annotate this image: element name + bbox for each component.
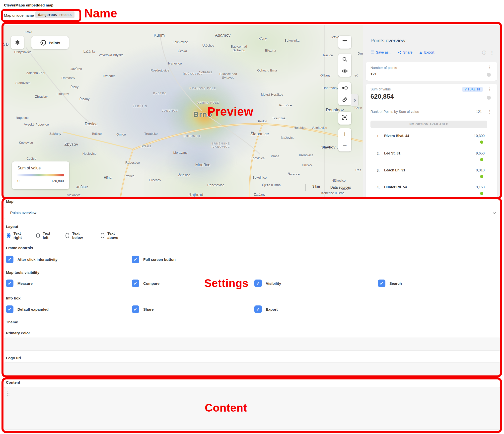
checkbox-default-expanded[interactable]: ✓ Default expanded bbox=[6, 305, 49, 313]
map-label: Babice nad Svitavou bbox=[231, 45, 247, 52]
map-label: Újezd u Brna bbox=[262, 183, 281, 187]
panel-collapse-toggle[interactable] bbox=[351, 94, 358, 106]
more-options-icon[interactable]: ⋮ bbox=[490, 51, 494, 55]
radio-text-left[interactable]: Text left bbox=[36, 231, 52, 240]
save-as-label: Save as... bbox=[376, 50, 391, 54]
map-label: Zbýšov bbox=[65, 142, 78, 147]
content-textarea[interactable] bbox=[4, 387, 500, 430]
search-icon bbox=[342, 56, 348, 62]
number-of-points-card[interactable]: Number of points 121 ⋮ bbox=[366, 62, 497, 81]
radio-circle bbox=[7, 233, 10, 238]
map-label: Čučice bbox=[26, 157, 36, 161]
points-layer-button[interactable]: Points bbox=[31, 36, 69, 49]
points-button-label: Points bbox=[49, 41, 60, 45]
checkbox-label: Visibility bbox=[266, 281, 281, 286]
map-label: Šlapanice bbox=[250, 132, 269, 137]
map-legend: Sum of value 0 120,800 bbox=[12, 161, 69, 189]
radio-label: Text above bbox=[107, 231, 120, 240]
save-as-button[interactable]: Save as... bbox=[370, 50, 391, 54]
measure-button[interactable] bbox=[338, 94, 351, 105]
map-label: Prštice bbox=[125, 174, 135, 178]
theme-label: Theme bbox=[6, 320, 18, 324]
checkbox-visibility[interactable]: ✓ Visibility bbox=[254, 280, 281, 287]
map-label: Březina bbox=[265, 49, 276, 53]
map-label: Útěchov bbox=[202, 44, 214, 48]
legend-gradient bbox=[17, 174, 64, 176]
map-preview[interactable]: KřoviKuřimAdamovLelekoviceKřtinyBukovink… bbox=[3, 25, 363, 197]
checkbox-label: Compare bbox=[143, 281, 159, 286]
map-label: Neslovice bbox=[82, 152, 96, 156]
rank-item[interactable]: 3. Leach Ln. 91 9,310 bbox=[366, 165, 497, 182]
map-label: Drn bbox=[358, 52, 363, 56]
radio-circle bbox=[36, 233, 40, 238]
checkbox-share[interactable]: ✓ Share bbox=[132, 305, 154, 313]
map-label: Domašov bbox=[62, 76, 75, 80]
rank-count: 121 bbox=[476, 110, 482, 114]
compare-button[interactable] bbox=[338, 82, 351, 94]
legend-min: 0 bbox=[17, 179, 19, 183]
map-label: Přibyslavice bbox=[14, 50, 31, 54]
checkbox-measure[interactable]: ✓ Measure bbox=[6, 280, 33, 287]
radio-text-above[interactable]: Text above bbox=[101, 231, 120, 240]
radio-text-below[interactable]: Text below bbox=[66, 231, 84, 240]
rank-item[interactable]: 4. Hunter Rd. 54 9,160 bbox=[366, 182, 497, 197]
more-options-icon[interactable]: ⋮ bbox=[488, 87, 492, 91]
checkbox-checked-icon: ✓ bbox=[254, 280, 262, 287]
data-sources-link[interactable]: Data sources bbox=[330, 185, 351, 189]
rank-name: Lee St. 81 bbox=[384, 151, 400, 155]
map-label: Říčany bbox=[79, 97, 89, 101]
radio-circle bbox=[101, 233, 104, 238]
rank-name: Rivera Blvd. 44 bbox=[384, 134, 409, 138]
zoom-out-button[interactable]: − bbox=[338, 140, 351, 151]
more-options-icon[interactable]: ⋮ bbox=[488, 110, 492, 114]
filter-button[interactable] bbox=[338, 36, 351, 47]
radio-label: Text right bbox=[13, 231, 23, 240]
map-label: Podolí bbox=[258, 120, 267, 123]
drag-handle-icon[interactable] bbox=[7, 391, 10, 396]
rank-name: Leach Ln. 91 bbox=[384, 168, 405, 172]
fullscreen-button[interactable] bbox=[338, 112, 351, 123]
map-label: Prace bbox=[271, 154, 279, 158]
map-label: Modřice bbox=[195, 162, 210, 167]
map-label: Blažovice bbox=[281, 136, 294, 140]
map-label: á B bbox=[3, 42, 9, 47]
rank-value: 9,650 bbox=[476, 151, 485, 155]
checkbox-full-screen-button[interactable]: ✓ Full screen button bbox=[132, 256, 176, 263]
radio-label: Text left bbox=[43, 231, 52, 240]
layers-button[interactable] bbox=[11, 36, 24, 49]
checkbox-compare[interactable]: ✓ Compare bbox=[132, 280, 159, 287]
checkbox-export[interactable]: ✓ Export bbox=[254, 305, 278, 313]
filter-button-group bbox=[338, 36, 351, 49]
more-options-icon[interactable]: ⋮ bbox=[488, 65, 492, 70]
map-label: Kuřim bbox=[154, 33, 165, 38]
share-label: Share bbox=[403, 50, 412, 54]
info-icon[interactable]: ⓘ bbox=[482, 50, 486, 56]
visibility-button[interactable] bbox=[338, 65, 351, 77]
search-visibility-group bbox=[338, 54, 351, 77]
primary-color-input[interactable] bbox=[4, 338, 500, 351]
map-label: ežice bbox=[355, 106, 362, 110]
rank-item[interactable]: 1. Rivera Blvd. 44 10,300 bbox=[366, 131, 497, 148]
map-label: Šaratice bbox=[288, 173, 300, 176]
map-label: Alexovice bbox=[67, 193, 81, 197]
map-unique-name-value[interactable]: dangerous-recess bbox=[35, 11, 74, 18]
map-label: Rapotice bbox=[16, 116, 28, 120]
map-label: Troubsko bbox=[144, 132, 158, 136]
zoom-in-button[interactable]: + bbox=[338, 128, 351, 140]
visualize-badge[interactable]: VISUALIZE bbox=[462, 87, 483, 92]
logo-url-input[interactable] bbox=[4, 362, 500, 375]
rank-item[interactable]: 2. Lee St. 81 9,650 bbox=[366, 148, 497, 165]
map-label: Stanoviště bbox=[15, 81, 31, 85]
map-label: Česká bbox=[178, 49, 187, 53]
map-label: Ketkovice bbox=[19, 141, 33, 145]
map-label: Soběšice bbox=[199, 71, 212, 74]
radio-text-right[interactable]: Text right bbox=[7, 231, 23, 240]
share-button[interactable]: Share bbox=[398, 50, 412, 54]
layers-icon bbox=[14, 39, 21, 46]
map-select[interactable]: Points overview bbox=[4, 207, 500, 219]
checkbox-search[interactable]: ✓ Search bbox=[378, 280, 402, 287]
checkbox-after-click-interactivity[interactable]: ✓ After click interactivity bbox=[6, 256, 58, 263]
export-button[interactable]: Export bbox=[419, 50, 434, 54]
search-map-button[interactable] bbox=[338, 54, 351, 65]
sum-of-value-card[interactable]: Sum of value 620,854 VISUALIZE ⋮ Rank of… bbox=[366, 84, 497, 197]
